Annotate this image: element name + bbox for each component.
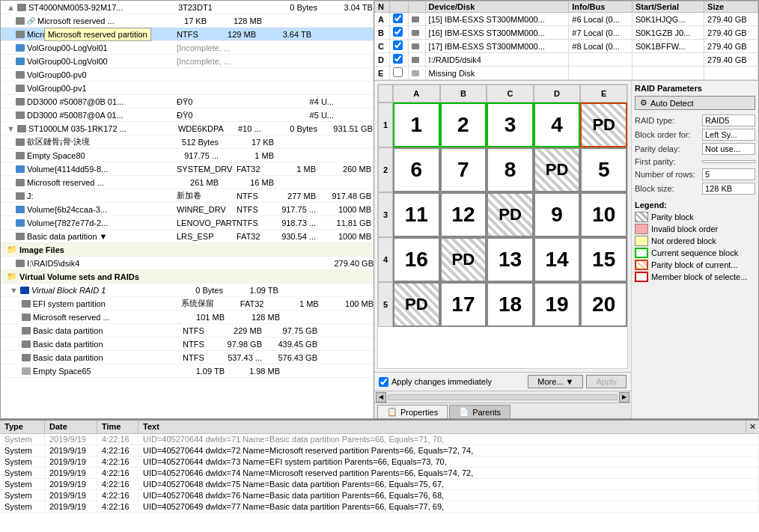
cell-4-e[interactable]: 15 [580, 237, 627, 282]
tab-parents[interactable]: 📄 Parents [449, 405, 510, 418]
cell-5-b[interactable]: 17 [440, 282, 487, 327]
tree-item[interactable]: Basic data partition NTFS 97.98 GB 439.4… [1, 337, 374, 351]
tree-item[interactable]: Microsoft reserved ... 101 MB 128 MB [1, 311, 374, 324]
cell-2-c[interactable]: 8 [487, 147, 534, 192]
item-col3: FAT32 [240, 299, 277, 308]
cell-3-e[interactable]: 10 [580, 192, 627, 237]
item-col3: NTFS [177, 30, 214, 39]
cell-1-d[interactable]: 4 [534, 103, 581, 147]
tree-item[interactable]: Volume{7827e77d-2... LENOVO_PART NTFS 91… [1, 216, 374, 230]
log-row[interactable]: System 2019/9/19 4:22:16 UID=405270648 d… [0, 479, 759, 490]
log-row[interactable]: System 2019/9/19 4:22:16 UID=405270644 d… [0, 456, 759, 468]
dev-size [704, 67, 758, 80]
log-type: System [0, 456, 45, 467]
tree-item[interactable]: DD3000 #50087@0A 01... ÐŸ0 #5 U... [1, 108, 374, 122]
scroll-right[interactable]: ▶ [619, 392, 630, 403]
dev-check[interactable] [389, 13, 409, 26]
disk-icon [16, 17, 25, 25]
tree-item[interactable]: Volume{6b24ccaa-3... WINRE_DRV NTFS 917.… [1, 203, 374, 216]
cell-4-a[interactable]: 16 [393, 237, 440, 282]
tree-item[interactable]: Empty Space80 917.75 ... 1 MB [1, 149, 374, 162]
item-col5: 576.43 GB [265, 353, 317, 362]
log-close-button[interactable]: ✕ [746, 421, 759, 433]
cell-3-d[interactable]: 9 [534, 192, 581, 237]
cell-1-b[interactable]: 2 [440, 103, 487, 147]
grid-row-3: 3 [378, 192, 393, 237]
tree-item[interactable]: VolGroup00-LogVol01 [Incomplete, ... [1, 41, 374, 55]
device-row[interactable]: A [15] IBM-ESXS ST300MM000... #6 Local (… [375, 13, 758, 26]
tree-item[interactable]: 📁 Virtual Volume sets and RAIDs [1, 270, 374, 284]
tab-properties[interactable]: 📋 Properties [377, 405, 448, 418]
tree-item[interactable]: Volume{4114dd59-8... SYSTEM_DRV FAT32 1 … [1, 162, 374, 176]
cell-3-b[interactable]: 12 [440, 192, 487, 237]
tree-item[interactable]: ▲ ST4000NM0053-92M17... 3T23DT1 0 Bytes … [1, 1, 374, 14]
raid-grid: A B C D E 1 1 2 3 4 PD [378, 85, 627, 327]
log-row[interactable]: System 2019/9/19 4:22:16 UID=405270646 d… [0, 468, 759, 479]
tree-item[interactable]: I:\RAID5\dsik4 279.40 GB [1, 257, 374, 270]
log-row[interactable]: System 2019/9/19 4:22:16 UID=405270648 d… [0, 490, 759, 501]
log-row[interactable]: System 2019/9/19 4:22:16 UID=405270644 d… [0, 445, 759, 456]
cell-1-c[interactable]: 3 [487, 103, 534, 147]
cell-2-e[interactable]: 5 [580, 147, 627, 192]
tree-item[interactable]: Empty Space65 1.09 TB 1.98 MB [1, 364, 374, 378]
cell-5-a[interactable]: PD [393, 282, 440, 327]
tree-item[interactable]: Basic data partition NTFS 537.43 ... 576… [1, 351, 374, 364]
dev-letter: E [375, 67, 390, 80]
tree-item[interactable]: VolGroup00-LogVol00 [Incomplete, ... [1, 55, 374, 68]
cell-2-d[interactable]: PD [534, 147, 581, 192]
dev-check[interactable] [389, 53, 409, 67]
cell-4-d[interactable]: 14 [534, 237, 581, 282]
tree-item[interactable]: J: 新加卷 NTFS 277 MB 917.48 GB [1, 189, 374, 203]
device-row[interactable]: D I:/RAID5/dsik4 279.40 GB [375, 53, 758, 67]
cell-5-e[interactable]: 20 [580, 282, 627, 327]
legend-title: Legend: [635, 201, 755, 210]
tree-item[interactable]: Basic data partition NTFS 229 MB 97.75 G… [1, 324, 374, 337]
tree-item[interactable]: Microsoft reserved ... 261 MB 16 MB [1, 176, 374, 189]
cell-5-c[interactable]: 18 [487, 282, 534, 327]
tree-item[interactable]: Basic data partition ▼ LRS_ESP FAT32 930… [1, 230, 374, 243]
tree-item[interactable]: ▼ Virtual Block RAID 1 0 Bytes 1.09 TB [1, 284, 374, 297]
log-row[interactable]: System 2019/9/19 4:22:16 UID=405270649 d… [0, 501, 759, 513]
cell-1-a[interactable]: 1 [393, 103, 440, 147]
legend-swatch-parity-current [635, 260, 648, 270]
item-col5: 1.09 TB [226, 286, 278, 295]
item-col4: 1 MB [274, 165, 319, 174]
cell-3-c[interactable]: PD [487, 192, 534, 237]
apply-immediately-checkbox[interactable] [379, 377, 388, 387]
tree-item[interactable]: DD3000 #50087@0B 01... ÐŸ0 #4 U... [1, 95, 374, 108]
legend-parity: Parity block [635, 212, 755, 222]
dev-check[interactable] [389, 40, 409, 53]
tree-item[interactable]: 📁 Image Files [1, 243, 374, 257]
scroll-left[interactable]: ◀ [376, 392, 386, 403]
dev-disk-icon [409, 13, 425, 26]
auto-detect-button[interactable]: ⚙ Auto Detect [635, 96, 755, 110]
item-col2: 3T23DT1 [178, 3, 238, 12]
tree-item[interactable]: EFI system partition 系统保留 FAT32 1 MB 100… [1, 297, 374, 311]
param-first-parity: First parity: [635, 157, 755, 166]
item-label: EFI system partition [33, 299, 181, 308]
cell-2-b[interactable]: 7 [440, 147, 487, 192]
device-row[interactable]: B [16] IBM-ESXS ST300MM000... #7 Local (… [375, 26, 758, 40]
legend-swatch-parity [635, 212, 648, 222]
device-row[interactable]: C [17] IBM-ESXS ST300MM000... #8 Local (… [375, 40, 758, 53]
cell-2-a[interactable]: 6 [393, 147, 440, 192]
log-row[interactable]: System 2019/9/19 4:22:16 UID=405270644 d… [0, 434, 759, 445]
cell-3-a[interactable]: 11 [393, 192, 440, 237]
scroll-track[interactable] [388, 394, 618, 400]
cell-5-d[interactable]: 19 [534, 282, 581, 327]
cell-4-b[interactable]: PD [440, 237, 487, 282]
tree-item[interactable]: 🔗 Microsoft reserved ... 17 KB 128 MB [1, 14, 374, 28]
tree-item[interactable]: ▼ ST1000LM 035-1RK172 ... WDE6KDPA #10 .… [1, 122, 374, 135]
tree-item[interactable]: VolGroup00-pv1 [1, 82, 374, 95]
item-col5: 11.81 GB [319, 218, 371, 227]
device-row[interactable]: E Missing Disk [375, 67, 758, 80]
tree-item[interactable]: VolGroup00-pv0 [1, 68, 374, 82]
dev-check[interactable] [389, 67, 409, 80]
apply-button[interactable]: Apply [586, 375, 627, 388]
cell-4-c[interactable]: 13 [487, 237, 534, 282]
dev-check[interactable] [389, 26, 409, 40]
more-button[interactable]: More... ▼ [528, 375, 583, 388]
left-panel[interactable]: Microsoft reserved partition ▲ ST4000NM0… [0, 0, 374, 419]
tree-item[interactable]: 欲区鏈骨¡骨·決境 512 Bytes 17 KB [1, 135, 374, 149]
cell-1-e[interactable]: PD [580, 103, 627, 147]
